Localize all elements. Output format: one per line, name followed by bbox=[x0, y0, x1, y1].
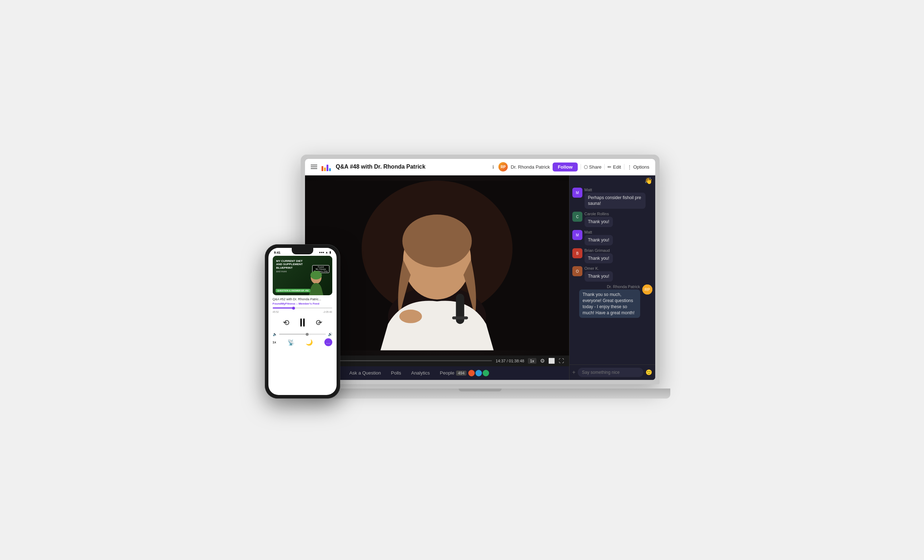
svg-text:M: M bbox=[576, 233, 579, 237]
video-background bbox=[305, 175, 569, 355]
svg-text:RP: RP bbox=[645, 288, 650, 292]
main-content: 14:37 / 01:38:48 1x ⚙ ⬜ ⛶ Call to Action bbox=[305, 175, 655, 380]
chat-avatar-omer: O bbox=[572, 266, 582, 276]
forward-button[interactable]: ⟳ 30 bbox=[314, 318, 324, 328]
phone-screen: 9:41 ●●● ▲ ▮ MY CURRENT DIET AND SUPPLEM… bbox=[268, 248, 337, 395]
chat-bubble-carole: Thank you! bbox=[585, 217, 613, 227]
chat-name-omer: Omer K. bbox=[585, 266, 613, 271]
video-area[interactable] bbox=[305, 175, 569, 355]
svg-point-6 bbox=[421, 259, 430, 265]
chat-name-matt: Matt bbox=[585, 188, 645, 192]
phone-episode-title: Q&A #52 with Dr. Rhonda Patric... bbox=[268, 297, 337, 302]
rewind-button[interactable]: ⟲ 15 bbox=[281, 318, 291, 328]
tab-analytics[interactable]: Analytics bbox=[411, 370, 430, 376]
hamburger-menu-button[interactable] bbox=[311, 165, 317, 169]
chat-bubble-matt-1: Perhaps consider fishoil pre sauna! bbox=[585, 193, 645, 209]
phone-volume: 🔈 🔊 bbox=[268, 331, 337, 337]
people-count-badge: 494 bbox=[456, 371, 466, 376]
options-button[interactable]: ⋮ Options bbox=[627, 164, 650, 170]
svg-point-24 bbox=[310, 271, 322, 280]
picture-in-picture-icon[interactable]: ⬜ bbox=[548, 358, 555, 364]
laptop-body: Q&A #48 with Dr. Rhonda Patrick ℹ RP Dr.… bbox=[301, 155, 660, 384]
chat-bubble-omer: Thank you! bbox=[585, 271, 613, 281]
share-button[interactable]: ⬡ Share bbox=[584, 164, 602, 170]
chat-messages: M Matt Perhaps consider fishoil pre saun… bbox=[570, 185, 655, 364]
phone-speed-button[interactable]: 1x bbox=[273, 340, 276, 344]
chat-bubble-brian: Thank you! bbox=[585, 253, 613, 264]
settings-icon[interactable]: ⚙ bbox=[540, 358, 545, 364]
nav-divider-2 bbox=[604, 164, 604, 170]
phone-channel: FoundMyFitness – Member's Feed bbox=[268, 301, 337, 306]
video-section: 14:37 / 01:38:48 1x ⚙ ⬜ ⛶ Call to Action bbox=[305, 175, 569, 380]
volume-low-icon: 🔈 bbox=[273, 332, 277, 336]
tab-ask-a-question[interactable]: Ask a Question bbox=[349, 370, 381, 376]
phone-times: 45:52 -2:05:40 bbox=[268, 310, 337, 314]
phone-notch bbox=[292, 248, 313, 255]
people-avatars bbox=[468, 370, 489, 376]
chat-bubble-wrap-matt-1: Matt Perhaps consider fishoil pre sauna! bbox=[585, 188, 645, 209]
chat-message-matt-1: M Matt Perhaps consider fishoil pre saun… bbox=[572, 188, 652, 209]
tab-people[interactable]: People 494 bbox=[440, 370, 489, 376]
battery-icon: ▮ bbox=[329, 251, 331, 254]
phone-more-button[interactable]: … bbox=[324, 338, 332, 346]
phone-controls: ⟲ 15 ⏸ ⟳ 30 bbox=[268, 314, 337, 331]
more-dots-icon: … bbox=[326, 340, 330, 345]
chat-emoji-button[interactable]: 🙂 bbox=[645, 369, 652, 376]
signal-icon: ●●● bbox=[319, 251, 324, 254]
volume-bar[interactable] bbox=[279, 334, 326, 335]
chat-bubble-wrap-carole: Carole Rollins Thank you! bbox=[585, 212, 613, 227]
follow-button[interactable]: Follow bbox=[553, 163, 578, 171]
thumb-title-line2: AND SUPPLEMENT bbox=[276, 263, 303, 266]
thumb-title-line1: MY CURRENT DIET bbox=[276, 259, 303, 263]
svg-point-10 bbox=[399, 310, 422, 323]
chat-bubble-matt-2: Thank you! bbox=[585, 235, 613, 246]
svg-rect-9 bbox=[452, 316, 468, 319]
chat-bubble-wrap-omer: Omer K. Thank you! bbox=[585, 266, 613, 281]
svg-rect-8 bbox=[456, 293, 464, 323]
scene: Q&A #48 with Dr. Rhonda Patrick ℹ RP Dr.… bbox=[265, 155, 660, 406]
svg-text:C: C bbox=[576, 215, 579, 219]
phone-sleep-button[interactable]: 🌙 bbox=[306, 339, 313, 346]
volume-thumb bbox=[306, 333, 309, 336]
chat-bubble-wrap-rhonda: Dr. Rhonda Patrick Thank you so much, ev… bbox=[579, 284, 640, 318]
speed-button[interactable]: 1x bbox=[528, 358, 537, 364]
chat-message-rhonda: RP Dr. Rhonda Patrick Thank you so much,… bbox=[572, 284, 652, 318]
svg-text:M: M bbox=[576, 190, 579, 195]
nav-divider bbox=[580, 164, 581, 170]
chat-message-omer: O Omer K. Thank you! bbox=[572, 266, 652, 281]
top-nav: Q&A #48 with Dr. Rhonda Patrick ℹ RP Dr.… bbox=[305, 159, 655, 175]
phone-cast-button[interactable]: 📡 bbox=[287, 339, 295, 346]
chat-message-carole: C Carole Rollins Thank you! bbox=[572, 212, 652, 227]
chat-avatar-matt-2: M bbox=[572, 230, 582, 240]
phone-thumbnail: MY CURRENT DIET AND SUPPLEMENT BLUEPRINT… bbox=[273, 256, 332, 295]
phone-progress-bar[interactable] bbox=[273, 307, 332, 308]
chat-name-matt-2: Matt bbox=[585, 230, 613, 234]
chat-bubble-wrap-matt-2: Matt Thank you! bbox=[585, 230, 613, 246]
tab-polls[interactable]: Polls bbox=[391, 370, 401, 376]
laptop-screen: Q&A #48 with Dr. Rhonda Patrick ℹ RP Dr.… bbox=[305, 159, 655, 380]
chat-plus-icon[interactable]: + bbox=[572, 369, 576, 376]
fullscreen-icon[interactable]: ⛶ bbox=[559, 358, 564, 364]
forward-label: 30 bbox=[318, 322, 320, 324]
nav-logo bbox=[321, 163, 332, 171]
author-name: Dr. Rhonda Patrick bbox=[511, 164, 550, 170]
info-icon[interactable]: ℹ bbox=[492, 164, 494, 170]
chat-avatar-rhonda: RP bbox=[642, 284, 652, 295]
video-controls: 14:37 / 01:38:48 1x ⚙ ⬜ ⛶ bbox=[305, 355, 569, 366]
bottom-bar: Call to Action Ask a Question Polls Anal… bbox=[305, 366, 569, 380]
chat-panel: 👋 M Matt Perhaps consider fishoil pr bbox=[569, 175, 655, 380]
nav-divider-3 bbox=[624, 164, 624, 170]
chat-message-matt-2: M Matt Thank you! bbox=[572, 230, 652, 246]
nav-right: RP Dr. Rhonda Patrick Follow ⬡ Share ✏ E… bbox=[498, 162, 649, 171]
edit-icon: ✏ bbox=[608, 164, 612, 170]
phone-remaining-time: -2:05:40 bbox=[323, 311, 332, 313]
phone-bottom-bar: 1x 📡 🌙 … bbox=[268, 337, 337, 347]
laptop: Q&A #48 with Dr. Rhonda Patrick ℹ RP Dr.… bbox=[301, 155, 660, 398]
play-pause-button[interactable]: ⏸ bbox=[297, 316, 308, 329]
phone-progress-area bbox=[268, 306, 337, 310]
chat-avatar-carole: C bbox=[572, 212, 582, 222]
chat-input-field[interactable] bbox=[578, 368, 644, 377]
edit-button[interactable]: ✏ Edit bbox=[608, 164, 621, 170]
phone-current-time: 45:52 bbox=[273, 311, 279, 313]
chat-avatar-matt: M bbox=[572, 188, 582, 198]
